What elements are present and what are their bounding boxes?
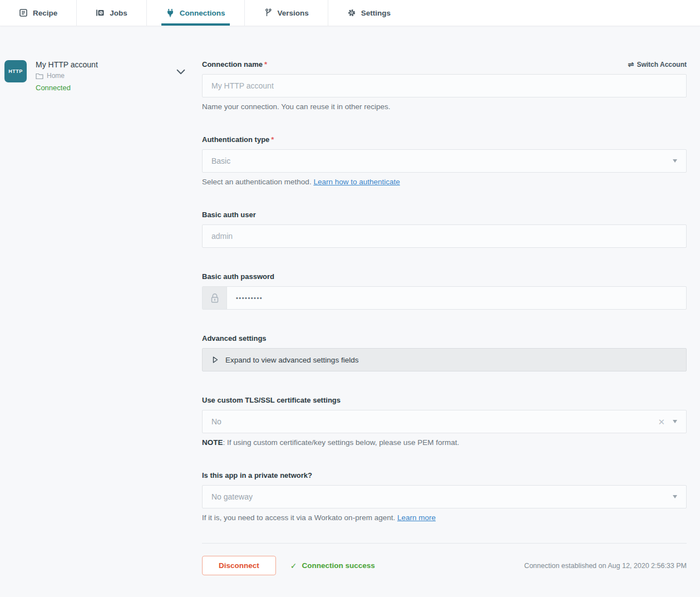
lock-icon bbox=[203, 287, 227, 309]
tab-recipe[interactable]: Recipe bbox=[0, 0, 77, 26]
private-network-value: No gateway bbox=[211, 492, 253, 501]
main-area: HTTP My HTTP account Home Connected Conn… bbox=[0, 26, 700, 575]
field-connection-name: Connection name* ⇌ Switch Account Name y… bbox=[202, 60, 687, 111]
caret-down-icon bbox=[673, 420, 677, 423]
account-card: HTTP My HTTP account Home Connected bbox=[4, 60, 202, 92]
tls-ssl-value: No bbox=[211, 417, 221, 426]
learn-more-link[interactable]: Learn more bbox=[397, 513, 436, 522]
field-private-network: Is this app in a private network? No gat… bbox=[202, 471, 687, 522]
switch-account-link[interactable]: ⇌ Switch Account bbox=[628, 60, 687, 68]
check-icon: ✓ bbox=[290, 561, 297, 570]
tab-label: Versions bbox=[278, 9, 309, 17]
basic-password-input[interactable]: ••••••••• bbox=[202, 286, 687, 310]
field-basic-user: Basic auth user bbox=[202, 211, 687, 248]
advanced-settings-expander[interactable]: Expand to view advanced settings fields bbox=[202, 348, 687, 371]
private-network-label: Is this app in a private network? bbox=[202, 471, 312, 479]
caret-down-icon bbox=[673, 495, 677, 498]
connection-name-label: Connection name* bbox=[202, 60, 267, 68]
tab-versions[interactable]: Versions bbox=[245, 0, 328, 26]
note-label: NOTE bbox=[202, 438, 223, 447]
learn-how-to-authenticate-link[interactable]: Learn how to authenticate bbox=[313, 178, 400, 186]
caret-down-icon bbox=[673, 159, 677, 163]
advanced-settings-expander-text: Expand to view advanced settings fields bbox=[225, 356, 358, 364]
masked-password-value: ••••••••• bbox=[236, 295, 263, 301]
field-auth-type: Authentication type* Basic Select an aut… bbox=[202, 135, 687, 186]
connection-success-status: ✓ Connection success bbox=[290, 561, 375, 570]
switch-account-icon: ⇌ bbox=[628, 60, 634, 68]
connection-form: Connection name* ⇌ Switch Account Name y… bbox=[202, 60, 687, 575]
tab-jobs[interactable]: Jobs bbox=[77, 0, 147, 26]
private-network-select[interactable]: No gateway bbox=[202, 485, 687, 508]
tls-ssl-label: Use custom TLS/SSL certificate settings bbox=[202, 396, 341, 404]
required-asterisk: * bbox=[264, 60, 267, 68]
connection-established-text: Connection established on Aug 12, 2020 2… bbox=[524, 562, 687, 570]
tab-connections[interactable]: Connections bbox=[147, 0, 245, 26]
auth-type-label: Authentication type* bbox=[202, 135, 274, 144]
advanced-settings-label: Advanced settings bbox=[202, 334, 267, 342]
field-basic-password: Basic auth password ••••••••• bbox=[202, 272, 687, 310]
tls-ssl-note: NOTE: If using custom certificate/key se… bbox=[202, 438, 687, 447]
private-network-help: If it is, you need to access it via a Wo… bbox=[202, 513, 687, 522]
footer-divider bbox=[202, 543, 687, 544]
auth-type-help: Select an authentication method. Learn h… bbox=[202, 178, 687, 186]
tab-label: Jobs bbox=[110, 9, 127, 17]
basic-user-label: Basic auth user bbox=[202, 211, 256, 219]
jobs-icon bbox=[96, 8, 105, 17]
auth-type-select[interactable]: Basic bbox=[202, 149, 687, 173]
clear-icon[interactable]: ✕ bbox=[658, 418, 665, 426]
field-advanced-settings: Advanced settings Expand to view advance… bbox=[202, 334, 687, 371]
tab-label: Connections bbox=[180, 9, 225, 17]
settings-gear-icon bbox=[347, 8, 356, 17]
connection-sidebar: HTTP My HTTP account Home Connected bbox=[0, 60, 202, 575]
connection-name-help: Name your connection. You can reuse it i… bbox=[202, 102, 687, 111]
basic-password-label: Basic auth password bbox=[202, 272, 274, 281]
footer-bar: Disconnect ✓ Connection success Connecti… bbox=[202, 556, 687, 575]
required-asterisk: * bbox=[271, 135, 274, 144]
auth-type-value: Basic bbox=[211, 156, 230, 165]
basic-user-input[interactable] bbox=[202, 224, 687, 248]
chevron-down-icon[interactable] bbox=[175, 66, 186, 77]
tab-bar: Recipe Jobs Connections Versions Setting… bbox=[0, 0, 700, 26]
connections-plug-icon bbox=[166, 8, 175, 17]
connection-name-input[interactable] bbox=[202, 74, 687, 97]
connection-status: Connected bbox=[36, 84, 98, 92]
account-folder: Home bbox=[36, 72, 98, 80]
account-info: My HTTP account Home Connected bbox=[36, 60, 98, 92]
tab-settings[interactable]: Settings bbox=[328, 0, 410, 26]
http-app-icon: HTTP bbox=[4, 60, 27, 82]
expand-triangle-icon bbox=[212, 356, 219, 364]
recipe-icon bbox=[19, 8, 28, 17]
tab-label: Recipe bbox=[33, 9, 57, 17]
disconnect-button[interactable]: Disconnect bbox=[202, 556, 276, 575]
folder-icon bbox=[36, 72, 43, 80]
field-tls-ssl: Use custom TLS/SSL certificate settings … bbox=[202, 396, 687, 447]
tls-ssl-select[interactable]: No ✕ bbox=[202, 410, 687, 433]
tab-label: Settings bbox=[361, 9, 391, 17]
folder-name: Home bbox=[47, 72, 65, 80]
versions-branch-icon bbox=[264, 8, 273, 17]
account-name: My HTTP account bbox=[36, 60, 98, 69]
